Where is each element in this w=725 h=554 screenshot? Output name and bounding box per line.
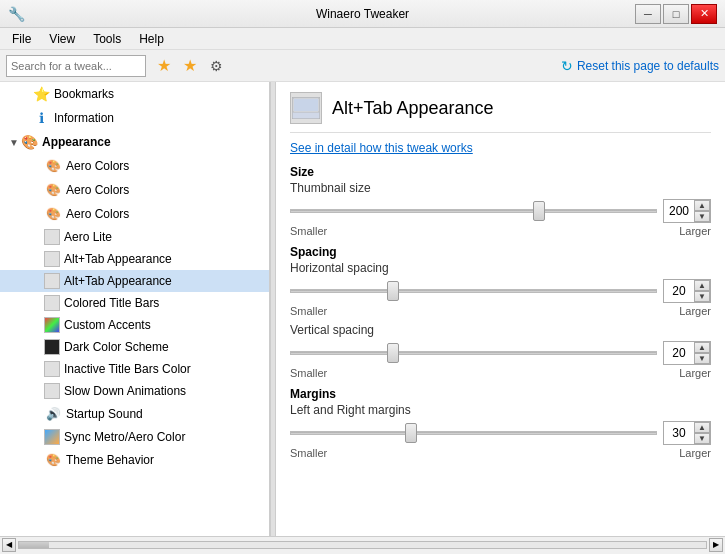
minimize-button[interactable]: ─ [635,4,661,24]
vertical-range-labels: Smaller Larger [290,367,711,379]
vertical-slider-track[interactable] [290,351,657,355]
maximize-button[interactable]: □ [663,4,689,24]
thumbnail-smaller-label: Smaller [290,225,327,237]
sidebar-item-sync-metro[interactable]: Sync Metro/Aero Color [0,426,269,448]
aero-colors-icon: 🎨 [44,205,62,223]
sidebar-label: Colored Title Bars [64,296,159,310]
thumbnail-slider-row: 200 ▲ ▼ [290,199,711,223]
menu-view[interactable]: View [41,30,83,48]
sidebar-item-appearance[interactable]: ▼ 🎨 Appearance [0,130,269,154]
expand-arrow [32,276,44,287]
scroll-left-button[interactable]: ◀ [2,538,16,552]
bookmark-star-icon[interactable]: ★ [152,54,176,78]
svg-rect-2 [294,99,318,111]
lr-up-button[interactable]: ▲ [694,422,710,433]
expand-arrow [32,409,44,420]
thumbnail-value: 200 [664,200,694,222]
horizontal-slider-track[interactable] [290,289,657,293]
horizontal-smaller-label: Smaller [290,305,327,317]
thumbnail-down-button[interactable]: ▼ [694,211,710,222]
title-bar: 🔧 Winaero Tweaker ─ □ ✕ [0,0,725,28]
sidebar-item-colored-title[interactable]: Colored Title Bars [0,292,269,314]
menu-file[interactable]: File [4,30,39,48]
menu-help[interactable]: Help [131,30,172,48]
horizontal-spinner: 20 ▲ ▼ [663,279,711,303]
custom-accents-icon [44,317,60,333]
lr-slider-track[interactable] [290,431,657,435]
vertical-down-button[interactable]: ▼ [694,353,710,364]
aero-lite-icon [44,229,60,245]
thumbnail-slider-thumb[interactable] [533,201,545,221]
sidebar-label: Aero Lite [64,230,112,244]
slow-down-icon [44,383,60,399]
sidebar-item-aero-colors-3[interactable]: 🎨 Aero Colors [0,202,269,226]
sidebar-label: Custom Accents [64,318,151,332]
scroll-right-button[interactable]: ▶ [709,538,723,552]
scroll-track[interactable] [18,541,707,549]
sidebar-item-custom-accents[interactable]: Custom Accents [0,314,269,336]
sidebar-item-slow-down[interactable]: Slow Down Animations [0,380,269,402]
lr-value: 30 [664,422,694,444]
sidebar-item-theme-behavior[interactable]: 🎨 Theme Behavior [0,448,269,472]
sidebar-label: Alt+Tab Appearance [64,274,172,288]
lr-slider-thumb[interactable] [405,423,417,443]
sidebar-item-inactive-title[interactable]: Inactive Title Bars Color [0,358,269,380]
sidebar-item-dark-color[interactable]: Dark Color Scheme [0,336,269,358]
sidebar-item-startup-sound[interactable]: 🔊 Startup Sound [0,402,269,426]
thumbnail-spinner: 200 ▲ ▼ [663,199,711,223]
menu-tools[interactable]: Tools [85,30,129,48]
vertical-slider-thumb[interactable] [387,343,399,363]
horizontal-up-button[interactable]: ▲ [694,280,710,291]
colored-title-icon [44,295,60,311]
lr-down-button[interactable]: ▼ [694,433,710,444]
vertical-smaller-label: Smaller [290,367,327,379]
sidebar-label: Aero Colors [66,183,129,197]
search-input[interactable] [6,55,146,77]
theme-behavior-icon: 🎨 [44,451,62,469]
reset-label: Reset this page to defaults [577,59,719,73]
sidebar-item-bookmarks[interactable]: ⭐ Bookmarks [0,82,269,106]
expand-arrow [32,320,44,331]
info-icon: ℹ [32,109,50,127]
sidebar-item-aero-colors-2[interactable]: 🎨 Aero Colors [0,178,269,202]
see-detail-link[interactable]: See in detail how this tweak works [290,141,711,155]
expand-arrow [32,185,44,196]
sidebar-item-information[interactable]: ℹ Information [0,106,269,130]
settings-gear-icon[interactable]: ⚙ [204,54,228,78]
sidebar-label: Slow Down Animations [64,384,186,398]
horizontal-down-button[interactable]: ▼ [694,291,710,302]
thumbnail-slider-track[interactable] [290,209,657,213]
lr-range-labels: Smaller Larger [290,447,711,459]
scroll-thumb [19,542,49,548]
sidebar: ⭐ Bookmarks ℹ Information ▼ 🎨 Appearance [0,82,270,536]
bookmarks-icon: ⭐ [32,85,50,103]
sidebar-item-alttab-2[interactable]: Alt+Tab Appearance [0,270,269,292]
menu-bar: File View Tools Help [0,28,725,50]
window-controls: ─ □ ✕ [635,4,717,24]
horizontal-value: 20 [664,280,694,302]
close-button[interactable]: ✕ [691,4,717,24]
alttab-icon [44,251,60,267]
horizontal-label: Horizontal spacing [290,261,711,275]
expand-arrow [32,432,44,443]
horizontal-larger-label: Larger [679,305,711,317]
sidebar-item-aero-colors-1[interactable]: 🎨 Aero Colors [0,154,269,178]
sync-metro-icon [44,429,60,445]
sidebar-item-alttab-1[interactable]: Alt+Tab Appearance [0,248,269,270]
sidebar-item-aero-lite[interactable]: Aero Lite [0,226,269,248]
spacing-section-label: Spacing [290,245,711,259]
inactive-title-icon [44,361,60,377]
vertical-spinner-btns: ▲ ▼ [694,342,710,364]
margins-section-label: Margins [290,387,711,401]
vertical-up-button[interactable]: ▲ [694,342,710,353]
horizontal-slider-row: 20 ▲ ▼ [290,279,711,303]
favorite-star-icon[interactable]: ★ [178,54,202,78]
expand-arrow [32,161,44,172]
reset-button[interactable]: ↻ Reset this page to defaults [561,58,719,74]
sidebar-label: Appearance [42,135,111,149]
expand-arrow [32,455,44,466]
thumbnail-up-button[interactable]: ▲ [694,200,710,211]
main-layout: ⭐ Bookmarks ℹ Information ▼ 🎨 Appearance [0,82,725,536]
horizontal-slider-thumb[interactable] [387,281,399,301]
sidebar-label: Inactive Title Bars Color [64,362,191,376]
